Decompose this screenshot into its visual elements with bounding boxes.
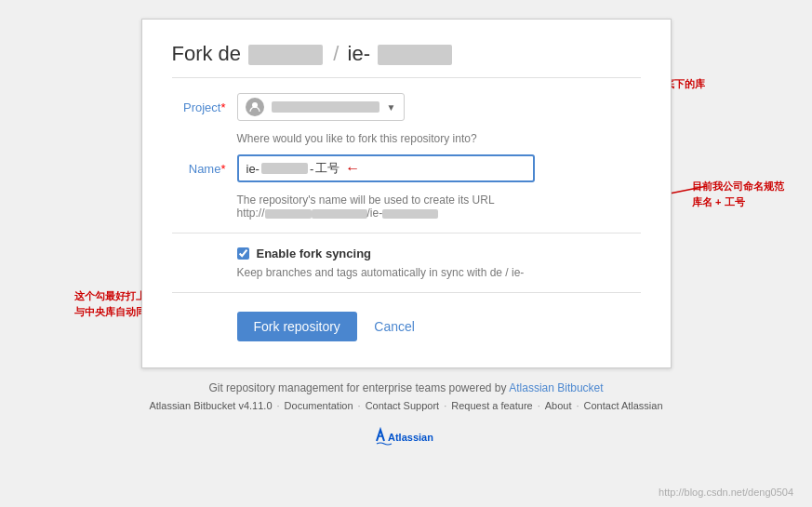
fork-sync-description: Keep branches and tags automatically in … xyxy=(237,266,641,279)
cancel-button[interactable]: Cancel xyxy=(370,312,419,341)
footer-contact-support[interactable]: Contact Support xyxy=(366,400,440,411)
fork-modal: Fork de / ie- Project* xyxy=(141,19,672,368)
project-avatar xyxy=(246,98,264,116)
footer-documentation[interactable]: Documentation xyxy=(285,400,353,411)
footer-main-text: Git repository management for enterprise… xyxy=(149,381,662,394)
name-arrow-icon: ← xyxy=(345,160,360,177)
footer-version[interactable]: Atlassian Bitbucket v4.11.0 xyxy=(149,400,272,411)
name-label: Name* xyxy=(172,162,237,176)
title-separator: / xyxy=(333,42,339,65)
project-name-blur xyxy=(272,101,379,113)
modal-title: Fork de / ie- xyxy=(172,42,641,78)
name-suffix: 工号 xyxy=(315,160,339,177)
button-row: Fork repository Cancel xyxy=(237,312,641,341)
svg-text:Atlassian: Atlassian xyxy=(388,432,433,443)
name-prefix-blur xyxy=(261,163,308,174)
fork-repository-button[interactable]: Fork repository xyxy=(237,312,357,341)
title-repo-blur xyxy=(378,45,452,65)
divider-1 xyxy=(172,233,641,233)
enable-fork-sync-row: Enable fork syncing xyxy=(237,247,641,260)
project-row: Project* ▼ xyxy=(172,93,641,121)
enable-fork-sync-checkbox[interactable] xyxy=(237,247,249,260)
where-fork-help: Where would you like to fork this reposi… xyxy=(237,132,641,145)
footer-dot-3: · xyxy=(444,400,446,411)
name-row: Name* ie- - 工号 ← xyxy=(172,154,641,182)
url-blur-2 xyxy=(312,209,367,219)
footer-request-feature[interactable]: Request a feature xyxy=(451,400,532,411)
footer: Git repository management for enterprise… xyxy=(149,381,662,411)
dropdown-arrow-icon: ▼ xyxy=(387,102,396,113)
project-label: Project* xyxy=(172,100,237,114)
footer-dot-4: · xyxy=(538,400,540,411)
title-project-blur xyxy=(248,45,323,65)
url-blur-1 xyxy=(265,209,312,219)
project-select[interactable]: ▼ xyxy=(237,93,405,121)
name-control: ie- - 工号 ← xyxy=(237,154,641,182)
enable-fork-sync-label: Enable fork syncing xyxy=(257,247,372,260)
name-prefix: ie- xyxy=(246,162,260,176)
footer-dot-1: · xyxy=(277,400,280,411)
footer-dot-2: · xyxy=(358,400,361,411)
title-text-ie: ie- xyxy=(348,42,370,65)
name-dash: - xyxy=(310,162,313,176)
footer-contact-atlassian[interactable]: Contact Atlassian xyxy=(584,400,663,411)
annotation-naming: 目前我公司命名规范库名 + 工号 xyxy=(692,179,784,209)
footer-dot-5: · xyxy=(576,400,579,411)
divider-2 xyxy=(172,292,641,293)
url-ie-text: /ie- xyxy=(367,207,383,220)
atlassian-link[interactable]: Atlassian Bitbucket xyxy=(509,381,603,394)
footer-about[interactable]: About xyxy=(545,400,572,411)
title-text-fork: Fork de xyxy=(172,42,242,65)
atlassian-logo: Atlassian xyxy=(369,420,444,452)
footer-links: Atlassian Bitbucket v4.11.0 · Documentat… xyxy=(149,400,662,411)
url-help-text: The repository's name will be used to cr… xyxy=(237,193,641,220)
project-control: ▼ xyxy=(237,93,641,121)
watermark: http://blog.csdn.net/deng0504 xyxy=(659,487,793,498)
form-section: Project* ▼ Wher xyxy=(172,93,641,341)
url-blur-3 xyxy=(382,209,438,219)
name-input[interactable]: ie- - 工号 ← xyxy=(237,154,535,182)
